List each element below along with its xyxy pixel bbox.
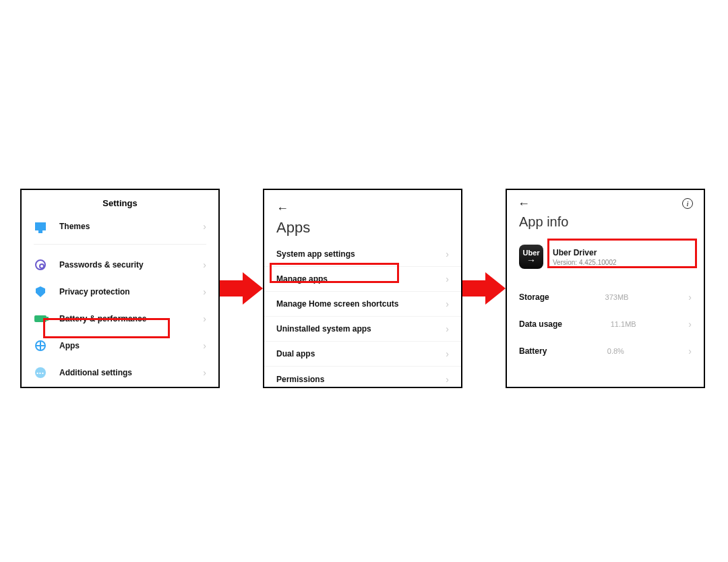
passwords-icon: [34, 258, 47, 272]
app-icon: Uber →: [519, 245, 543, 269]
settings-item-label: Privacy protection: [59, 287, 203, 296]
settings-item-label: Apps: [59, 341, 203, 350]
chevron-right-icon: ›: [203, 313, 206, 324]
battery-icon: [34, 312, 47, 325]
settings-item-apps[interactable]: Apps ›: [22, 332, 218, 359]
app-info-item-value: 11.1MB: [611, 320, 636, 328]
settings-item-battery[interactable]: Battery & performance ›: [22, 305, 218, 332]
apps-item-dual-apps[interactable]: Dual apps ›: [264, 342, 461, 367]
svg-marker-1: [462, 272, 506, 305]
apps-item-system-app-settings[interactable]: System app settings ›: [264, 242, 461, 267]
apps-item-label: Manage Home screen shortcuts: [276, 299, 446, 309]
settings-item-additional[interactable]: Additional settings ›: [22, 359, 218, 386]
apps-item-manage-apps[interactable]: Manage apps ›: [264, 267, 461, 292]
apps-item-uninstalled-system[interactable]: Uninstalled system apps ›: [264, 317, 461, 342]
app-name: Uber Driver: [553, 248, 617, 257]
apps-item-label: Dual apps: [276, 349, 446, 358]
chevron-right-icon: ›: [446, 323, 449, 334]
settings-item-label: Battery & performance: [59, 314, 203, 323]
chevron-right-icon: ›: [446, 274, 449, 284]
chevron-right-icon: ›: [688, 292, 692, 303]
page-title: App info: [507, 210, 704, 239]
chevron-right-icon: ›: [203, 367, 206, 378]
chevron-right-icon: ›: [203, 221, 206, 232]
settings-item-privacy[interactable]: Privacy protection ›: [22, 278, 218, 305]
more-icon: [34, 366, 47, 379]
settings-item-passwords[interactable]: Passwords & security ›: [22, 251, 218, 278]
app-info-item-data-usage[interactable]: Data usage 11.1MB ›: [507, 311, 704, 338]
back-button[interactable]: ←: [518, 197, 530, 210]
chevron-right-icon: ›: [446, 299, 449, 309]
settings-item-label: Additional settings: [59, 368, 203, 377]
chevron-right-icon: ›: [446, 348, 449, 359]
page-title: Settings: [22, 190, 218, 213]
apps-screen: ← Apps System app settings › Manage apps…: [263, 189, 462, 388]
privacy-icon: [34, 285, 47, 299]
chevron-right-icon: ›: [203, 340, 206, 351]
back-button[interactable]: ←: [264, 190, 461, 218]
apps-icon: [34, 339, 47, 352]
flow-arrow: [462, 189, 506, 388]
apps-item-home-shortcuts[interactable]: Manage Home screen shortcuts ›: [264, 292, 461, 317]
app-info-item-label: Storage: [519, 292, 549, 302]
app-info-item-label: Battery: [519, 346, 547, 356]
chevron-right-icon: ›: [446, 374, 449, 385]
apps-item-label: Permissions: [276, 375, 446, 384]
settings-screen: Settings Themes › Passwords & security ›…: [20, 189, 220, 388]
svg-marker-0: [220, 272, 263, 305]
settings-item-themes[interactable]: Themes ›: [22, 213, 218, 240]
apps-item-label: Manage apps: [276, 274, 446, 284]
themes-icon: [34, 220, 47, 233]
app-info-item-value: 0.8%: [607, 347, 624, 355]
settings-item-label: Themes: [59, 222, 203, 231]
chevron-right-icon: ›: [203, 286, 206, 297]
app-info-screen: ← i App info Uber → Uber Driver Version:…: [506, 189, 705, 388]
app-info-item-value: 373MB: [605, 293, 629, 301]
app-info-item-battery[interactable]: Battery 0.8% ›: [507, 338, 704, 365]
chevron-right-icon: ›: [203, 259, 206, 270]
app-info-item-storage[interactable]: Storage 373MB ›: [507, 284, 704, 311]
apps-item-permissions[interactable]: Permissions ›: [264, 367, 461, 388]
chevron-right-icon: ›: [446, 249, 449, 259]
flow-arrow: [220, 189, 263, 388]
app-info-item-label: Data usage: [519, 319, 562, 329]
app-version: Version: 4.425.10002: [553, 259, 617, 266]
app-header[interactable]: Uber → Uber Driver Version: 4.425.10002: [507, 239, 704, 274]
chevron-right-icon: ›: [688, 346, 692, 356]
settings-item-label: Passwords & security: [59, 260, 203, 270]
divider: [34, 244, 206, 245]
apps-item-label: System app settings: [276, 249, 446, 259]
back-arrow-icon: ←: [276, 201, 289, 215]
app-icon-arrow: →: [526, 257, 536, 264]
info-icon[interactable]: i: [682, 198, 693, 209]
page-title: Apps: [264, 218, 461, 242]
chevron-right-icon: ›: [688, 319, 692, 330]
apps-item-label: Uninstalled system apps: [276, 324, 446, 334]
